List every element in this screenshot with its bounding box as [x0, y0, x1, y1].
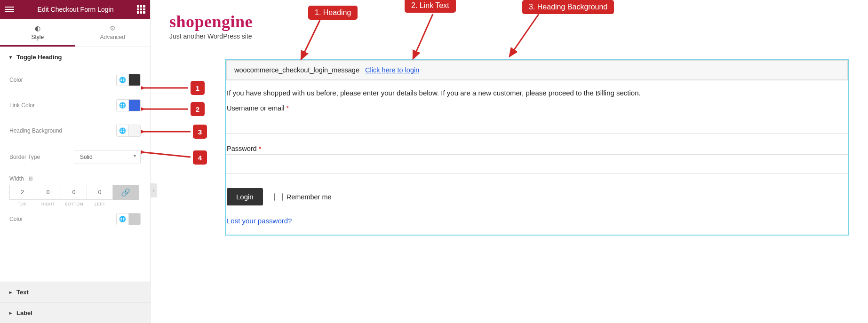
width-left-input[interactable] [87, 185, 113, 200]
svg-line-1 [413, 14, 433, 59]
chevron-right-icon: ▸ [9, 290, 12, 295]
preview-area: shopengine Just another WordPress site w… [151, 0, 868, 323]
remember-checkbox[interactable] [274, 193, 283, 201]
annotation-arrow [409, 12, 438, 63]
width-inputs: TOP RIGHT BOTTOM LEFT 🔗 [9, 185, 141, 206]
annotation-arrow [141, 128, 193, 135]
control-border-type: Border Type Solid [9, 143, 141, 171]
svg-line-0 [301, 20, 320, 59]
control-link-color-label: Link Color [9, 102, 116, 109]
annotation-arrow [506, 12, 543, 61]
heading-bg-swatch[interactable] [129, 125, 140, 136]
remember-label: Remember me [287, 193, 332, 201]
chevron-right-icon: ▸ [9, 310, 12, 315]
menu-icon[interactable] [5, 7, 14, 12]
remember-me[interactable]: Remember me [274, 193, 332, 201]
width-left-col: LEFT [87, 185, 113, 206]
annotation-num-3: 3 [193, 125, 207, 139]
panel-header: Edit Checkout Form Login [0, 0, 150, 19]
panel-tabs: ◐ Style ⚙ Advanced [0, 19, 150, 47]
tab-advanced[interactable]: ⚙ Advanced [75, 19, 151, 47]
annotation-num-2: 2 [191, 102, 205, 116]
width-right-lbl: RIGHT [41, 202, 55, 206]
annotation-arrow [296, 18, 325, 65]
section-label-label: Label [16, 309, 32, 316]
control-heading-bg: Heading Background 🌐 [9, 118, 141, 143]
tab-style-label: Style [31, 34, 44, 40]
width-left-lbl: LEFT [95, 202, 105, 206]
heading-bg-picker: 🌐 [116, 125, 141, 137]
password-label-text: Password [227, 145, 259, 152]
gear-icon: ⚙ [75, 24, 151, 32]
annotation-num-1: 1 [191, 81, 205, 95]
control-border-color: Color 🌐 [9, 206, 141, 232]
editor-panel: Edit Checkout Form Login ◐ Style ⚙ Advan… [0, 0, 151, 323]
required-mark: * [287, 104, 289, 112]
password-label: Password * [226, 145, 848, 154]
section-label: Toggle Heading [16, 54, 62, 61]
tab-advanced-label: Advanced [100, 34, 125, 40]
width-top-lbl: TOP [18, 202, 27, 206]
login-toggle-link[interactable]: Click here to login [365, 66, 419, 74]
width-bottom-lbl: BOTTOM [65, 202, 83, 206]
responsive-icon[interactable]: 🖥 [28, 175, 33, 182]
control-border-color-label: Color [9, 216, 116, 222]
annotation-linktext-badge: 2. Link Text [405, 0, 456, 13]
link-values-toggle[interactable]: 🔗 [113, 185, 139, 200]
globe-icon[interactable]: 🌐 [117, 100, 129, 111]
width-top-col: TOP [9, 185, 35, 206]
checkout-login-widget: woocommerce_checkout_login_message Click… [225, 59, 849, 236]
password-input[interactable] [226, 154, 848, 174]
lost-password-row: Lost your password? [226, 212, 848, 227]
chevron-down-icon: ▾ [9, 55, 12, 60]
login-intro: If you have shopped with us before, plea… [226, 85, 848, 104]
section-toggle-heading[interactable]: ▾ Toggle Heading [0, 47, 150, 67]
control-width-label: Width [9, 175, 24, 182]
control-color-label: Color [9, 77, 116, 83]
color-swatch[interactable] [129, 74, 140, 86]
controls-group: Color 🌐 Link Color 🌐 Heading Background … [0, 67, 150, 232]
width-right-input[interactable] [35, 185, 61, 200]
link-color-swatch[interactable] [129, 100, 140, 111]
section-text[interactable]: ▸ Text [0, 282, 150, 302]
globe-icon[interactable]: 🌐 [117, 213, 129, 225]
lost-password-link[interactable]: Lost your password? [227, 217, 292, 225]
apps-icon[interactable] [137, 5, 145, 14]
width-bottom-input[interactable] [61, 185, 87, 200]
half-circle-icon: ◐ [0, 24, 75, 32]
login-toggle-message: woocommerce_checkout_login_message [234, 66, 359, 74]
width-right-col: RIGHT [35, 185, 61, 206]
annotation-arrow [141, 150, 193, 160]
border-color-swatch[interactable] [129, 213, 140, 225]
required-mark: * [259, 145, 262, 152]
svg-line-2 [510, 14, 539, 56]
width-bottom-col: BOTTOM [61, 185, 87, 206]
link-color-picker: 🌐 [116, 99, 141, 111]
color-picker: 🌐 [116, 74, 141, 86]
link-icon: 🔗 [121, 188, 130, 197]
login-actions: Login Remember me [226, 185, 848, 212]
username-label-text: Username or email [227, 104, 287, 112]
border-type-select[interactable]: Solid [75, 150, 141, 164]
annotation-arrow [141, 106, 191, 112]
control-border-type-label: Border Type [9, 154, 75, 160]
username-input[interactable] [226, 114, 848, 134]
annotation-num-4: 4 [193, 150, 207, 165]
control-width-label-row: Width 🖥 [9, 171, 141, 185]
login-form: If you have shopped with us before, plea… [226, 80, 848, 235]
globe-icon[interactable]: 🌐 [117, 74, 129, 86]
username-label: Username or email * [226, 104, 848, 114]
control-color: Color 🌐 [9, 67, 141, 93]
width-top-input[interactable] [9, 185, 35, 200]
control-link-color: Link Color 🌐 [9, 93, 141, 118]
globe-icon[interactable]: 🌐 [117, 125, 129, 136]
border-color-picker: 🌐 [116, 213, 141, 225]
border-type-select-wrap: Solid [75, 150, 141, 164]
annotation-arrow [141, 85, 191, 91]
svg-line-6 [144, 152, 191, 157]
section-text-label: Text [16, 289, 29, 296]
login-button[interactable]: Login [227, 188, 263, 205]
tab-style[interactable]: ◐ Style [0, 19, 75, 47]
section-label[interactable]: ▸ Label [0, 302, 150, 323]
panel-title: Edit Checkout Form Login [14, 6, 137, 13]
